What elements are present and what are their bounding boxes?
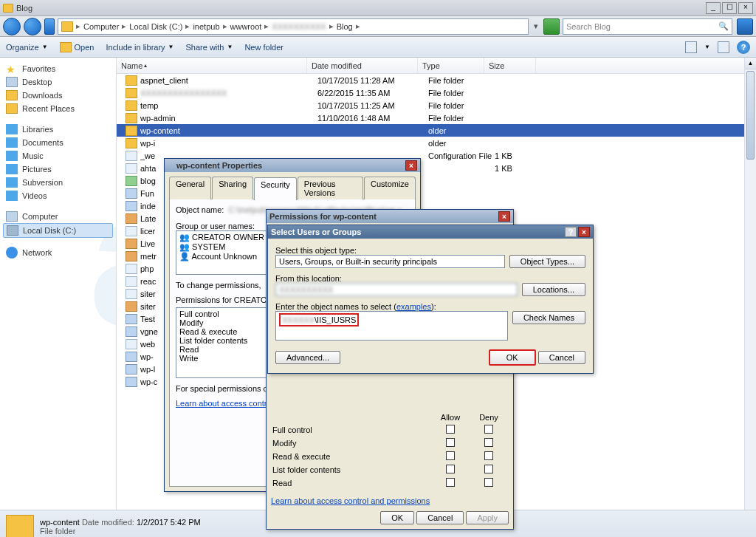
allow-checkbox[interactable] bbox=[446, 438, 455, 447]
object-types-button[interactable]: Object Types... bbox=[509, 255, 585, 268]
file-row[interactable]: wp-iolder bbox=[117, 137, 756, 149]
new-folder-button[interactable]: New folder bbox=[244, 43, 284, 52]
dialog-titlebar[interactable]: wp-content Properties × bbox=[165, 159, 420, 172]
tab-sharing[interactable]: Sharing bbox=[212, 177, 253, 199]
toolbar: Organize ▼ Open Include in library ▼ Sha… bbox=[0, 37, 756, 58]
col-size[interactable]: Size bbox=[484, 58, 536, 73]
deny-checkbox[interactable] bbox=[484, 478, 493, 487]
nav-favorites[interactable]: ★Favorites bbox=[3, 62, 113, 75]
deny-checkbox[interactable] bbox=[484, 465, 493, 473]
file-icon bbox=[126, 88, 137, 98]
breadcrumb-segment[interactable]: Blog bbox=[337, 22, 353, 31]
deny-checkbox[interactable] bbox=[484, 425, 493, 434]
nav-downloads[interactable]: Downloads bbox=[3, 89, 113, 102]
breadcrumb-segment[interactable]: Local Disk (C:) bbox=[129, 22, 182, 31]
file-row[interactable]: wp-contentolder bbox=[117, 124, 756, 137]
dialog-titlebar[interactable]: Select Users or Groups ? × bbox=[268, 225, 593, 239]
file-icon bbox=[126, 352, 137, 362]
allow-checkbox[interactable] bbox=[446, 478, 455, 487]
file-row[interactable]: XXXXXXXXXXXXXXXX6/22/2015 11:35 AMFile f… bbox=[117, 86, 756, 99]
breadcrumb-segment[interactable]: XXXXXXXXXX bbox=[272, 22, 326, 31]
folder-icon bbox=[6, 103, 18, 114]
file-icon bbox=[126, 113, 137, 123]
ok-button[interactable]: OK bbox=[380, 511, 414, 524]
minimize-button[interactable]: _ bbox=[706, 2, 721, 14]
object-names-field[interactable]: XXXXXX\IIS_IUSRS bbox=[275, 311, 508, 341]
tab-customize[interactable]: Customize bbox=[364, 177, 416, 199]
videos-icon bbox=[6, 191, 18, 201]
address-bar[interactable]: ▸ Computer▸ Local Disk (C:)▸ inetpub▸ ww… bbox=[58, 18, 529, 35]
close-button[interactable]: × bbox=[498, 211, 510, 222]
file-icon bbox=[126, 201, 137, 211]
file-name: aspnet_client bbox=[140, 76, 317, 85]
nav-network[interactable]: Network bbox=[3, 245, 113, 260]
learn-access-link[interactable]: Learn about access control and permissio… bbox=[271, 496, 430, 505]
vertical-scrollbar[interactable]: ▲ bbox=[744, 58, 756, 510]
file-type: File folder bbox=[428, 101, 495, 110]
back-button[interactable] bbox=[3, 18, 21, 35]
locations-button[interactable]: Locations... bbox=[522, 283, 585, 296]
examples-link[interactable]: examples bbox=[396, 302, 431, 311]
nav-pictures[interactable]: Pictures bbox=[3, 163, 113, 176]
breadcrumb-segment[interactable]: Computer bbox=[83, 22, 119, 31]
include-in-library-button[interactable]: Include in library ▼ bbox=[106, 43, 173, 52]
nav-desktop[interactable]: Desktop bbox=[3, 75, 113, 89]
allow-checkbox[interactable] bbox=[446, 451, 455, 460]
apply-button[interactable]: Apply bbox=[466, 511, 509, 524]
forward-button[interactable] bbox=[24, 18, 41, 35]
dialog-titlebar[interactable]: Permissions for wp-content × bbox=[267, 210, 513, 223]
nav-videos[interactable]: Videos bbox=[3, 189, 113, 202]
tab-general[interactable]: General bbox=[169, 177, 211, 199]
deny-checkbox[interactable] bbox=[484, 438, 493, 447]
view-options-button[interactable] bbox=[685, 41, 697, 53]
object-type-field: Users, Groups, or Built-in security prin… bbox=[275, 255, 505, 268]
chevron-down-icon[interactable]: ▼ bbox=[704, 44, 710, 50]
file-type: older bbox=[428, 126, 495, 135]
close-button[interactable]: × bbox=[578, 227, 590, 237]
file-icon bbox=[126, 176, 137, 186]
close-button[interactable]: × bbox=[405, 160, 417, 171]
close-button[interactable]: × bbox=[738, 2, 753, 14]
nav-music[interactable]: Music bbox=[3, 149, 113, 163]
col-name[interactable]: Name ▴ bbox=[117, 58, 307, 73]
allow-checkbox[interactable] bbox=[446, 425, 455, 434]
nav-local-disk[interactable]: Local Disk (C:) bbox=[3, 223, 113, 238]
allow-checkbox[interactable] bbox=[446, 465, 455, 473]
nav-libraries[interactable]: Libraries bbox=[3, 123, 113, 136]
deny-checkbox[interactable] bbox=[484, 451, 493, 460]
cancel-button[interactable]: Cancel bbox=[538, 351, 585, 364]
organize-button[interactable]: Organize ▼ bbox=[6, 43, 48, 52]
file-row[interactable]: aspnet_client10/17/2015 11:28 AMFile fol… bbox=[117, 74, 756, 86]
share-with-button[interactable]: Share with ▼ bbox=[186, 43, 233, 52]
scroll-up-button[interactable]: ▲ bbox=[745, 58, 756, 69]
check-names-button[interactable]: Check Names bbox=[512, 311, 585, 324]
nav-computer[interactable]: Computer bbox=[3, 210, 113, 223]
help-button[interactable]: ? bbox=[737, 41, 750, 54]
open-button[interactable]: Open bbox=[60, 42, 94, 52]
chevron-down-icon[interactable]: ▾ bbox=[532, 21, 540, 31]
help-button[interactable]: ? bbox=[565, 227, 577, 237]
nav-recent[interactable]: Recent Places bbox=[3, 102, 113, 115]
tab-previous-versions[interactable]: Previous Versions bbox=[298, 177, 363, 199]
advanced-button[interactable]: Advanced... bbox=[275, 351, 340, 364]
tab-security[interactable]: Security bbox=[254, 177, 297, 200]
scroll-thumb[interactable] bbox=[746, 71, 755, 160]
maximize-button[interactable]: ☐ bbox=[722, 2, 737, 14]
breadcrumb-segment[interactable]: inetpub bbox=[193, 22, 219, 31]
preview-pane-button[interactable] bbox=[718, 41, 729, 53]
search-button[interactable] bbox=[737, 18, 753, 35]
col-type[interactable]: Type bbox=[418, 58, 484, 73]
breadcrumb-segment[interactable]: wwwroot bbox=[230, 22, 262, 31]
folder-icon bbox=[6, 515, 34, 538]
nav-subversion[interactable]: Subversion bbox=[3, 176, 113, 189]
file-icon bbox=[126, 364, 137, 374]
nav-documents[interactable]: Documents bbox=[3, 136, 113, 149]
file-row[interactable]: wp-admin11/10/2016 1:48 AMFile folder bbox=[117, 112, 756, 124]
history-dropdown[interactable] bbox=[44, 18, 55, 35]
file-row[interactable]: temp10/17/2015 11:25 AMFile folder bbox=[117, 99, 756, 112]
ok-button[interactable]: OK bbox=[489, 349, 536, 366]
search-input[interactable]: Search Blog 🔍 bbox=[563, 18, 732, 35]
col-date[interactable]: Date modified bbox=[307, 58, 418, 73]
refresh-button[interactable] bbox=[543, 18, 560, 35]
cancel-button[interactable]: Cancel bbox=[416, 511, 464, 524]
